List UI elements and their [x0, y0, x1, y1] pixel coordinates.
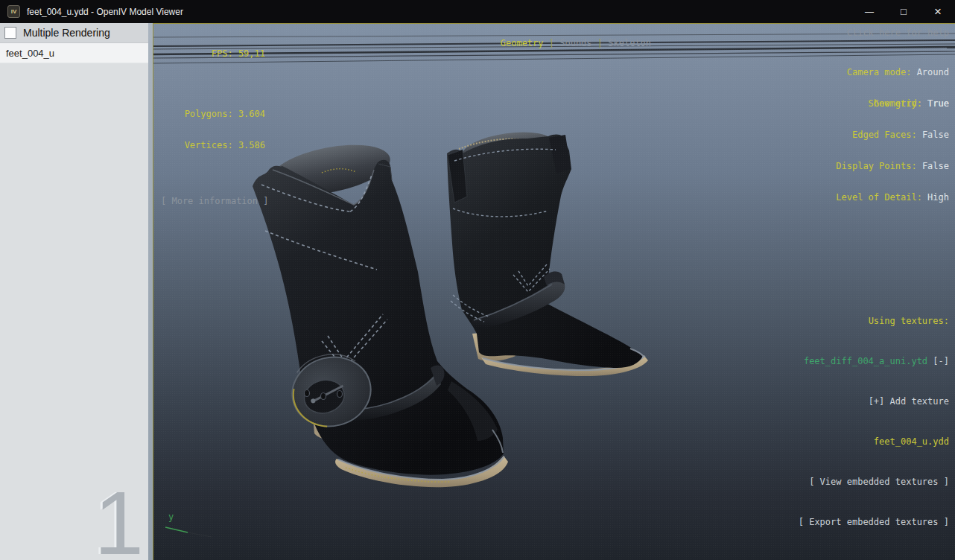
display-points-setting[interactable]: Display Points: False	[836, 161, 949, 171]
edged-faces-setting[interactable]: Edged Faces: False	[836, 130, 949, 140]
remove-texture-button[interactable]: [-]	[927, 356, 949, 366]
textures-panel: Using textures: feet_diff_004_a_uni.ytd …	[799, 287, 949, 556]
multiple-rendering-row[interactable]: Multiple Rendering	[0, 23, 148, 43]
texture-file-link[interactable]: feet_diff_004_a_uni.ytd	[804, 356, 927, 366]
polygons-readout: Polygons: 3.604	[161, 109, 265, 119]
tab-separator: |	[592, 38, 609, 48]
render-panel-number: 1	[94, 486, 144, 560]
using-textures-header: Using textures:	[799, 314, 949, 328]
render-viewport[interactable]: y FPS: 59,11 Polygons: 3.604 Vertices: 3…	[153, 23, 955, 560]
axis-y-label: y	[168, 512, 174, 522]
texture-entry: feet_diff_004_a_uni.ytd [-]	[799, 354, 949, 368]
more-information-link[interactable]: [ More information ]	[161, 196, 265, 206]
tab-skeleton[interactable]: Skeleton	[608, 38, 651, 48]
boot-right	[447, 127, 648, 376]
multiple-rendering-label: Multiple Rendering	[23, 27, 110, 39]
view-tabs: Geometry | Sounds | Skeleton	[153, 28, 955, 59]
multiple-rendering-checkbox[interactable]	[4, 27, 16, 39]
window-title: feet_004_u.ydd - OpenIV Model Viewer	[27, 7, 852, 17]
camera-mode-setting[interactable]: Camera mode: Around	[847, 67, 949, 77]
model-list-sidebar: Multiple Rendering feet_004_u 1	[0, 23, 148, 560]
tab-separator: |	[544, 38, 560, 48]
minimize-button[interactable]: —	[852, 0, 886, 23]
export-embedded-textures-button[interactable]: [ Export embedded textures ]	[799, 515, 949, 529]
geometry-setting[interactable]: Geometry: True	[836, 98, 949, 109]
model-file-name: feet_004_u.ydd	[799, 435, 949, 448]
axis-indicator	[165, 527, 212, 537]
openiv-model-viewer-window: IV feet_004_u.ydd - OpenIV Model Viewer …	[0, 0, 955, 560]
level-of-detail-setting[interactable]: Level of Detail: High	[836, 192, 949, 203]
add-texture-button[interactable]: [+] Add texture	[799, 395, 949, 408]
render-settings: Geometry: True Edged Faces: False Displa…	[836, 77, 949, 223]
view-embedded-textures-button[interactable]: [ View embedded textures ]	[799, 475, 949, 489]
tab-sounds[interactable]: Sounds	[559, 38, 591, 48]
maximize-button[interactable]: □	[886, 0, 921, 23]
vertices-readout: Vertices: 3.586	[161, 140, 265, 150]
close-button[interactable]: ×	[921, 0, 955, 23]
app-icon: IV	[7, 5, 20, 18]
app-icon-text: IV	[11, 8, 17, 15]
help-link[interactable]: Click here for help	[847, 28, 949, 38]
tab-geometry[interactable]: Geometry	[501, 38, 544, 48]
title-bar[interactable]: IV feet_004_u.ydd - OpenIV Model Viewer …	[0, 0, 955, 23]
model-list-item[interactable]: feet_004_u	[0, 43, 148, 63]
